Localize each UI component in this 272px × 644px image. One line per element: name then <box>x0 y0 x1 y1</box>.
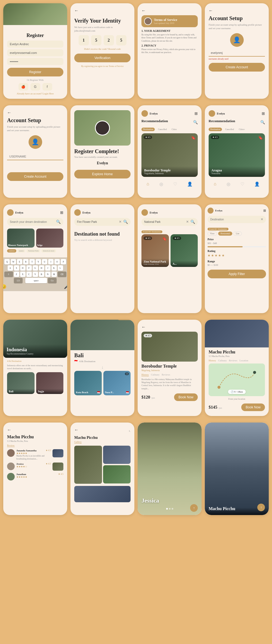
username-input2[interactable] <box>7 153 63 160</box>
bookmark-icon[interactable]: 🔖 <box>191 135 196 140</box>
filter-grid-icon[interactable]: ⊞ <box>263 209 266 213</box>
kb-mic-icon[interactable]: 🎤 <box>64 284 67 289</box>
boro-tab-history[interactable]: History <box>141 373 149 376</box>
kb-q[interactable]: Q <box>4 259 10 264</box>
gallery-img-mountain[interactable] <box>103 446 131 464</box>
book-now-button[interactable]: Book Now <box>174 393 198 401</box>
kb-delete[interactable]: ⌫ <box>58 272 66 277</box>
nav-compass-icon[interactable]: ◎ <box>159 181 163 187</box>
nav-home-icon[interactable]: ⌂ <box>147 181 149 187</box>
tag-historical[interactable]: historical more <box>41 249 56 252</box>
grid-icon[interactable]: ⊞ <box>194 111 198 116</box>
boro-back-btn[interactable]: ← <box>141 325 146 329</box>
kb-m[interactable]: M <box>51 272 57 277</box>
tag-nature[interactable]: nature <box>17 249 26 252</box>
back-arrow[interactable]: ← <box>74 8 79 13</box>
kb-u[interactable]: U <box>42 259 47 264</box>
nav-bookmark-icon[interactable]: ♡ <box>173 181 177 187</box>
tag-national-park[interactable]: National Park <box>26 249 40 252</box>
gallery-img-ruins[interactable] <box>74 446 102 484</box>
gallery-back-btn[interactable]: ← <box>74 427 79 432</box>
found-clear-btn[interactable]: ✕ <box>186 220 189 224</box>
kb-k[interactable]: K <box>51 265 57 271</box>
jessica-share-btn[interactable]: ↑ <box>190 504 198 512</box>
filter-search-input[interactable] <box>210 218 259 221</box>
kb-g[interactable]: G <box>33 265 38 271</box>
kb-s[interactable]: S <box>14 265 19 271</box>
destination-card-aragua[interactable]: ★ 4.5 🔖 Aragua Venezuela <box>209 133 265 177</box>
destination-card-borobudur[interactable]: ★ 4.5 🔖 Borobudur Temple Yogyakarta, Ind… <box>141 133 198 177</box>
kb-a[interactable]: A <box>8 265 13 271</box>
result-a[interactable]: ★ 4.5 A... <box>171 234 198 267</box>
kb-emoji-icon[interactable]: 😊 <box>3 284 7 289</box>
machu-book-now-button[interactable]: Book Now <box>241 403 265 411</box>
kb-o[interactable]: O <box>54 259 60 264</box>
result-zion[interactable]: ★ 4.5 🔖 Zion National Park Utah/Arizona,… <box>141 234 169 267</box>
chip-list[interactable]: List <box>233 232 242 236</box>
kb-r[interactable]: R <box>23 259 29 264</box>
create-account-button[interactable]: Create Account <box>209 63 265 72</box>
back-arrow[interactable]: ← <box>141 8 146 13</box>
email-input[interactable] <box>7 49 63 56</box>
chip-horizontal[interactable]: Horizontal <box>218 232 232 236</box>
filter-stars[interactable]: ★★★★★ <box>208 254 266 258</box>
kb-z[interactable]: Z <box>14 272 19 277</box>
kb-123[interactable]: 123 <box>14 278 23 283</box>
kb-d[interactable]: D <box>20 265 26 271</box>
otp-box-3[interactable]: 2 <box>104 35 114 45</box>
password-input[interactable] <box>7 58 63 65</box>
gallery-tab-active[interactable]: Gallery <box>74 440 82 443</box>
kb-v[interactable]: V <box>33 272 38 277</box>
apply-filter-button[interactable]: Apply Filter <box>208 270 266 278</box>
map-view[interactable]: 🕐 9 / 18km <box>209 363 265 396</box>
boro-tab-reviews[interactable]: Reviews <box>162 373 170 376</box>
nav2-compass-icon[interactable]: ◎ <box>227 181 230 187</box>
dest-selge[interactable]: Selge <box>36 229 64 248</box>
otp-box-2[interactable]: 5 <box>91 35 101 45</box>
kb-e[interactable]: E <box>17 259 22 264</box>
kb-h[interactable]: H <box>39 265 44 271</box>
machu-bookmark-btn[interactable]: 🔖 <box>265 320 269 322</box>
tab-cities[interactable]: Cities <box>170 128 178 131</box>
found-search-input[interactable] <box>144 220 184 223</box>
tab-cancelled[interactable]: Cancelled <box>156 128 168 131</box>
machu-tab-reviews[interactable]: Reviews <box>229 359 237 362</box>
city-bali[interactable]: Bali <box>7 372 35 394</box>
verify-button[interactable]: Verification <box>74 54 131 62</box>
gallery-img-green[interactable] <box>103 465 131 483</box>
name-input[interactable] <box>7 41 63 48</box>
avatar-upload2-btn[interactable]: 👤 <box>29 135 42 149</box>
machu-tab-culinary[interactable]: Culinary <box>218 359 227 362</box>
search-icon2[interactable]: 🔍 <box>260 120 265 125</box>
nav2-home-icon[interactable]: ⌂ <box>214 181 217 187</box>
tab2-cities[interactable]: Cities+ <box>237 128 247 131</box>
kb-j[interactable]: J <box>45 265 51 271</box>
kb-space[interactable]: space <box>25 278 47 283</box>
boro-tab-culinary[interactable]: Culinary <box>151 373 160 376</box>
machu-full-share-btn[interactable]: ↑ <box>257 504 265 511</box>
bali-back-btn[interactable]: ← <box>70 320 73 322</box>
clear-search-btn[interactable]: ✕ <box>119 220 122 224</box>
username-input[interactable] <box>209 50 265 57</box>
apple-login-btn[interactable]: 🍎 <box>18 83 28 91</box>
otp-box-1[interactable]: 1 <box>79 35 89 45</box>
not-found-search-icon[interactable]: 🔍 <box>123 220 128 224</box>
kb-shift[interactable]: ⇧ <box>4 272 13 277</box>
tab2-cancelled[interactable]: Cancelled <box>224 128 236 131</box>
otp-box-4[interactable]: 5 <box>116 35 126 45</box>
review-tab-active[interactable]: Review <box>7 444 15 447</box>
nav2-bookmark-icon[interactable]: ♡ <box>240 181 244 187</box>
kb-t[interactable]: T <box>29 259 35 264</box>
tag-outdoor[interactable]: outdoor <box>7 249 16 252</box>
gallery-img-machu[interactable] <box>74 486 131 502</box>
kb-x[interactable]: X <box>20 272 26 277</box>
grid-icon2[interactable]: ⊞ <box>262 111 265 116</box>
dest-blausee[interactable]: Blausee Naturpark <box>7 229 35 248</box>
beach-kuta[interactable]: Kuta Beach 🇮🇩 <box>74 371 102 395</box>
register-button[interactable]: Register <box>7 68 63 76</box>
chip-view[interactable]: View <box>208 232 217 236</box>
search-icon[interactable]: 🔍 <box>193 120 198 125</box>
machu-tab-history[interactable]: History <box>209 359 216 362</box>
facebook-login-btn[interactable]: f <box>42 83 52 91</box>
machu-back-btn[interactable]: ← <box>205 320 208 322</box>
